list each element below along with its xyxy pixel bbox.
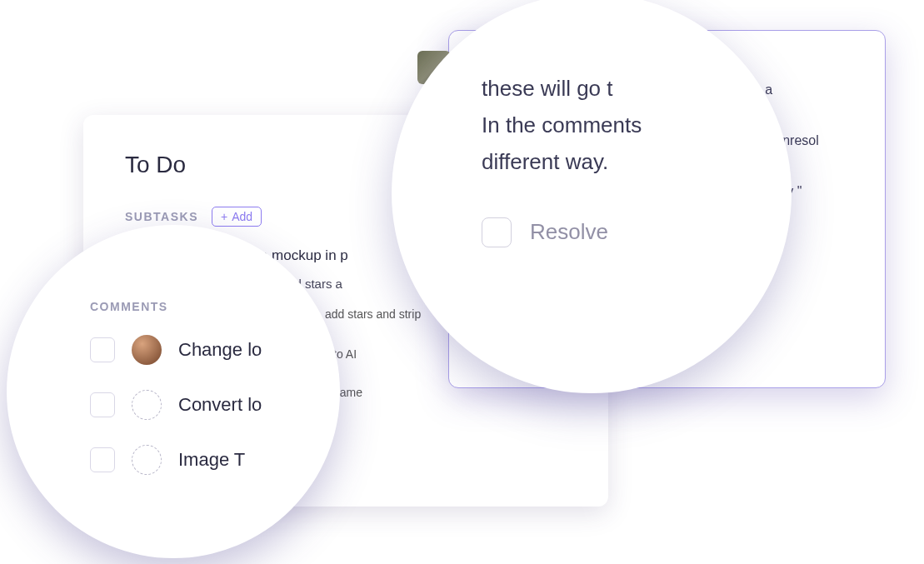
- overflow-text: add stars and strip: [325, 307, 421, 321]
- resolve-checkbox[interactable]: [482, 217, 512, 247]
- comment-item-text: Image T: [178, 449, 245, 471]
- comment-item-text: Change lo: [178, 339, 262, 361]
- magnified-content: these will go t In the comments differen…: [482, 70, 742, 181]
- comment-row[interactable]: Image T: [90, 445, 317, 475]
- subtasks-label: SUBTASKS: [125, 210, 198, 223]
- comment-row[interactable]: Convert lo: [90, 390, 317, 420]
- assignee-placeholder-icon[interactable]: [132, 445, 162, 475]
- add-subtask-button[interactable]: + Add: [212, 207, 262, 227]
- magnified-line: In the comments: [482, 107, 742, 143]
- comments-list: Change lo Convert lo Image T: [90, 335, 317, 475]
- magnifier-left: COMMENTS Change lo Convert lo Image T: [7, 225, 340, 558]
- comment-item-text: Convert lo: [178, 394, 262, 416]
- resolve-label: Resolve: [530, 219, 608, 245]
- avatar: [132, 335, 162, 365]
- magnifier-right: these will go t In the comments differen…: [392, 0, 792, 393]
- add-label: Add: [232, 210, 252, 223]
- plus-icon: +: [221, 210, 227, 223]
- magnified-line: these will go t: [482, 70, 742, 107]
- checkbox[interactable]: [90, 447, 115, 472]
- comment-row[interactable]: Change lo: [90, 335, 317, 365]
- resolve-row[interactable]: Resolve: [482, 217, 742, 247]
- comments-label: COMMENTS: [90, 300, 317, 313]
- checkbox[interactable]: [90, 337, 115, 362]
- assignee-placeholder-icon[interactable]: [132, 390, 162, 420]
- magnified-line: different way.: [482, 143, 742, 180]
- checkbox[interactable]: [90, 392, 115, 417]
